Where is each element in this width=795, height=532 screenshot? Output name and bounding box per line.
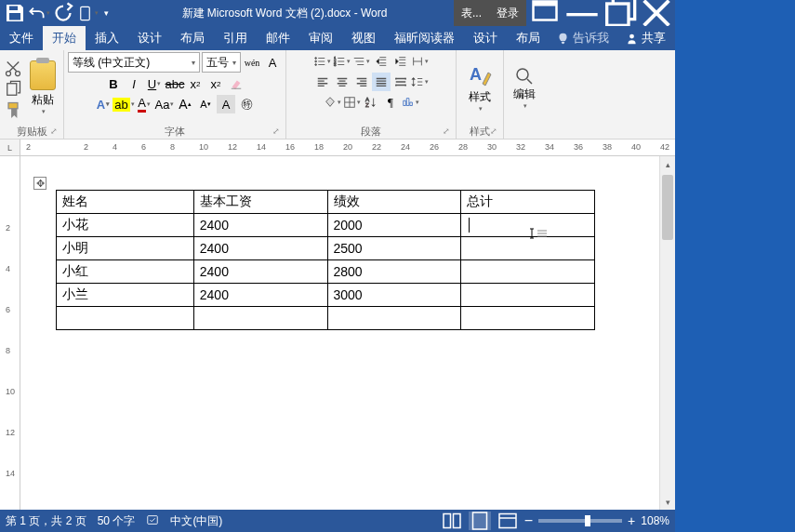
italic-button[interactable]: I — [125, 74, 143, 93]
table-cell[interactable] — [327, 307, 461, 330]
char-shading-icon[interactable]: A — [217, 95, 235, 113]
document-table[interactable]: 姓名基本工资绩效总计小花24002000小明24002500小红24002800… — [56, 190, 595, 330]
align-center-icon[interactable] — [333, 73, 351, 91]
font-family-combo[interactable]: 等线 (中文正文)▾ — [68, 52, 200, 73]
tab-review[interactable]: 审阅 — [299, 26, 342, 50]
spellcheck-icon[interactable] — [146, 513, 159, 529]
scroll-thumb[interactable] — [662, 175, 673, 240]
table-cell[interactable] — [461, 307, 595, 330]
redo-icon[interactable] — [52, 2, 74, 24]
restore-button[interactable] — [601, 0, 638, 26]
touch-mode-icon[interactable]: ▾ — [76, 2, 99, 24]
qat-customize-icon[interactable]: ▾ — [100, 2, 112, 24]
paragraph-dialog-icon[interactable]: ⤢ — [443, 126, 450, 136]
paste-button[interactable]: 粘贴 ▾ — [26, 59, 60, 117]
sort-icon[interactable]: AZ — [362, 93, 380, 112]
table-cell[interactable] — [461, 237, 595, 260]
page-scroll-area[interactable]: ✥ 姓名基本工资绩效总计小花24002000小明24002500小红240028… — [20, 156, 675, 510]
table-cell[interactable]: 小花 — [57, 214, 194, 237]
distribute-icon[interactable] — [391, 73, 410, 91]
read-mode-icon[interactable] — [441, 512, 463, 530]
undo-icon[interactable]: ▾ — [28, 2, 50, 24]
tab-mailings[interactable]: 邮件 — [257, 26, 299, 50]
vertical-ruler[interactable]: 246810121416 — [0, 156, 20, 510]
show-marks-icon[interactable]: ¶ — [381, 93, 400, 112]
highlight-icon[interactable]: ab▾ — [114, 95, 133, 113]
login-button[interactable]: 登录 — [489, 0, 526, 26]
zoom-level[interactable]: 108% — [641, 514, 669, 527]
language-indicator[interactable]: 中文(中国) — [170, 513, 222, 529]
share-button[interactable]: 共享 — [616, 26, 675, 50]
styles-button[interactable]: A 样式 ▾ — [460, 60, 499, 116]
table-header-cell[interactable]: 总计 — [461, 191, 595, 214]
superscript-button[interactable]: x2 — [206, 74, 225, 93]
scroll-up-icon[interactable]: ▴ — [660, 156, 675, 172]
snap-to-grid-icon[interactable]: ▾ — [401, 93, 419, 112]
tab-table-design[interactable]: 设计 — [464, 26, 507, 50]
zoom-slider-thumb[interactable] — [585, 515, 590, 526]
multilevel-list-icon[interactable]: ▾ — [352, 52, 371, 71]
zoom-slider[interactable] — [538, 519, 622, 523]
char-border-icon[interactable]: A — [263, 53, 282, 72]
bold-button[interactable]: B — [104, 74, 123, 93]
table-cell[interactable] — [461, 260, 595, 284]
bullets-icon[interactable]: ▾ — [313, 52, 332, 71]
ribbon-display-icon[interactable] — [526, 0, 563, 26]
table-cell[interactable]: 2500 — [327, 237, 461, 260]
table-header-cell[interactable]: 绩效 — [327, 191, 461, 214]
table-cell[interactable]: 2400 — [193, 237, 327, 260]
styles-dialog-icon[interactable]: ⤢ — [490, 126, 497, 136]
tab-layout[interactable]: 布局 — [171, 26, 214, 50]
enclose-char-icon[interactable]: ㊕ — [237, 95, 256, 113]
table-cell[interactable] — [461, 214, 595, 237]
table-cell[interactable]: 2000 — [327, 214, 461, 237]
editing-button[interactable]: 编辑 ▾ — [508, 62, 541, 113]
tab-view[interactable]: 视图 — [342, 26, 385, 50]
clear-format-icon[interactable] — [227, 74, 245, 93]
vertical-scrollbar[interactable]: ▴ ▾ — [659, 156, 675, 510]
minimize-button[interactable] — [563, 0, 601, 26]
tell-me-search[interactable]: 告诉我 — [550, 26, 616, 50]
table-cell[interactable] — [193, 307, 327, 330]
phonetic-guide-icon[interactable]: wén — [243, 53, 261, 72]
clipboard-dialog-icon[interactable]: ⤢ — [50, 126, 58, 136]
page-indicator[interactable]: 第 1 页，共 2 页 — [6, 513, 86, 529]
tab-file[interactable]: 文件 — [0, 26, 43, 50]
tab-references[interactable]: 引用 — [214, 26, 257, 50]
strikethrough-button[interactable]: abc — [166, 74, 184, 93]
table-move-handle-icon[interactable]: ✥ — [33, 177, 46, 190]
save-icon[interactable] — [4, 2, 26, 24]
font-size-combo[interactable]: 五号▾ — [202, 52, 241, 73]
tab-insert[interactable]: 插入 — [86, 26, 128, 50]
grow-font-icon[interactable]: A▴ — [176, 95, 194, 113]
tab-foxit[interactable]: 福昕阅读器 — [385, 26, 464, 50]
table-cell[interactable]: 3000 — [327, 284, 461, 307]
table-cell[interactable] — [57, 307, 194, 330]
change-case-icon[interactable]: Aa▾ — [155, 95, 174, 113]
table-cell[interactable] — [461, 284, 595, 307]
align-right-icon[interactable] — [352, 73, 371, 91]
word-count[interactable]: 50 个字 — [98, 513, 136, 529]
underline-button[interactable]: U▾ — [145, 74, 164, 93]
borders-icon[interactable]: ▾ — [342, 93, 361, 112]
web-layout-icon[interactable] — [497, 512, 519, 530]
horizontal-ruler[interactable]: L 22468101214161820222426283032343638404… — [0, 140, 675, 156]
font-dialog-icon[interactable]: ⤢ — [272, 126, 280, 136]
table-cell[interactable]: 2400 — [193, 214, 327, 237]
table-cell[interactable]: 2400 — [193, 284, 327, 307]
font-color-icon[interactable]: A▾ — [135, 95, 153, 113]
table-header-cell[interactable]: 姓名 — [57, 191, 194, 214]
text-effects-icon[interactable]: A▾ — [94, 95, 113, 113]
close-button[interactable] — [638, 0, 675, 26]
tab-table-layout[interactable]: 布局 — [507, 26, 550, 50]
asian-layout-icon[interactable]: ▾ — [411, 52, 430, 71]
cut-icon[interactable] — [4, 60, 22, 78]
format-painter-icon[interactable] — [4, 100, 22, 119]
align-justify-icon[interactable] — [372, 73, 391, 91]
table-cell[interactable]: 小兰 — [57, 284, 194, 307]
tab-design[interactable]: 设计 — [128, 26, 171, 50]
table-cell[interactable]: 小红 — [57, 260, 194, 284]
shading-icon[interactable]: ▾ — [323, 93, 341, 112]
zoom-out-button[interactable]: − — [524, 512, 533, 529]
tab-selector-icon[interactable]: L — [0, 140, 20, 155]
